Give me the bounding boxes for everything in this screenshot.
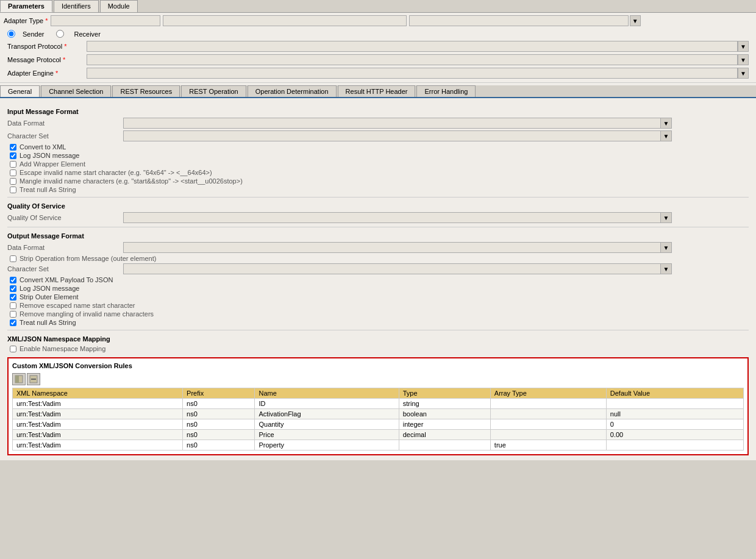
cell-prefix: ns0 — [183, 409, 255, 419]
treat-null-out-label: Treat null As String — [20, 319, 76, 326]
output-character-set-row: Character Set Request Message Character … — [7, 263, 749, 274]
input-character-set-row: Character Set HTTP Content-type header ▼ — [7, 130, 749, 141]
remove-mangling-label: Remove mangling of invalid name characte… — [20, 310, 154, 318]
convert-xml-payload-checkbox[interactable] — [10, 277, 16, 283]
tab-channel-selection[interactable]: Channel Selection — [41, 85, 111, 97]
cell-xml-namespace: urn:Test:Vadim — [13, 409, 183, 419]
separator-1 — [7, 197, 749, 198]
tab-rest-resources[interactable]: REST Resources — [112, 85, 180, 97]
remove-escaped-label: Remove escaped name start character — [20, 302, 135, 309]
tab-identifiers[interactable]: Identifiers — [54, 0, 99, 12]
tab-operation-determination[interactable]: Operation Determination — [248, 85, 337, 97]
cell-type: decimal — [399, 430, 490, 440]
adapter-engine-row: Adapter Engine * Central Adapter Engine … — [4, 66, 752, 80]
table-delete-btn[interactable] — [27, 373, 40, 385]
adapter-engine-dropdown[interactable]: ▼ — [738, 68, 749, 79]
convert-to-xml-row: Convert to XML — [10, 143, 749, 151]
table-add-btn[interactable] — [12, 373, 26, 385]
cell-type: boolean — [399, 409, 490, 419]
adapter-type-value3[interactable]: SAP BASIS 7.31 — [409, 15, 629, 26]
cell-default-value: null — [606, 409, 743, 419]
receiver-radio[interactable] — [56, 30, 64, 38]
transport-protocol-input[interactable]: HTTP — [87, 41, 738, 52]
treat-null-out-checkbox[interactable] — [10, 319, 16, 326]
remove-escaped-row: Remove escaped name start character — [10, 302, 749, 309]
strip-operation-checkbox[interactable] — [10, 255, 16, 262]
cell-default-value — [606, 440, 743, 450]
cell-name: ActivationFlag — [255, 409, 399, 419]
adapter-engine-input[interactable]: Central Adapter Engine — [87, 68, 738, 79]
sender-radio[interactable] — [7, 30, 15, 38]
tab-error-handling[interactable]: Error Handling — [416, 85, 476, 97]
table-header: XML Namespace Prefix Name Type Array Typ… — [13, 388, 744, 399]
message-protocol-dropdown[interactable]: ▼ — [738, 54, 749, 65]
output-character-set-wrap: Request Message Character Set ▼ — [123, 263, 672, 274]
delete-icon — [29, 375, 38, 383]
add-wrapper-checkbox[interactable] — [10, 161, 16, 168]
output-character-set-dropdown[interactable]: ▼ — [661, 263, 672, 274]
quality-of-service-dropdown[interactable]: ▼ — [661, 212, 672, 223]
strip-operation-label: Strip Operation from Message (outer elem… — [20, 255, 156, 262]
remove-escaped-checkbox[interactable] — [10, 302, 16, 309]
tab-result-http-header[interactable]: Result HTTP Header — [338, 85, 416, 97]
message-protocol-input[interactable]: REST — [87, 54, 738, 65]
input-data-format-input[interactable]: JSON — [123, 118, 661, 129]
output-data-format-row: Data Format JSON ▼ — [7, 242, 749, 253]
cell-xml-namespace: urn:Test:Vadim — [13, 399, 183, 409]
adapter-type-value2[interactable]: http://sap.com/xi/XI/System — [163, 15, 407, 26]
cell-name: ID — [255, 399, 399, 409]
table-row[interactable]: urn:Test:Vadim ns0 ID string — [13, 399, 744, 409]
tab-general[interactable]: General — [0, 85, 40, 97]
cell-array-type: true — [490, 440, 606, 450]
col-type: Type — [399, 388, 490, 399]
tab-rest-operation[interactable]: REST Operation — [181, 85, 246, 97]
adapter-type-dropdown-btn[interactable]: ▼ — [630, 15, 641, 26]
cell-type — [399, 440, 490, 450]
table-toolbar — [12, 373, 744, 385]
enable-namespace-checkbox[interactable] — [10, 346, 16, 352]
remove-mangling-checkbox[interactable] — [10, 311, 16, 318]
escape-invalid-row: Escape invalid name start character (e.g… — [10, 169, 749, 176]
separator-2 — [7, 227, 749, 227]
table-row[interactable]: urn:Test:Vadim ns0 ActivationFlag boolea… — [13, 409, 744, 419]
tab-module[interactable]: Module — [100, 0, 138, 12]
adapter-engine-input-wrap: Central Adapter Engine ▼ — [87, 68, 749, 79]
input-character-set-input[interactable]: HTTP Content-type header — [123, 130, 661, 141]
mangle-invalid-checkbox[interactable] — [10, 178, 16, 185]
adapter-type-inputs: REST http://sap.com/xi/XI/System SAP BAS… — [51, 15, 752, 26]
separator-3 — [7, 330, 749, 330]
input-data-format-dropdown[interactable]: ▼ — [661, 118, 672, 129]
output-data-format-label: Data Format — [7, 244, 123, 251]
cell-xml-namespace: urn:Test:Vadim — [13, 419, 183, 430]
output-character-set-input[interactable]: Request Message Character Set — [123, 263, 661, 274]
strip-outer-checkbox[interactable] — [10, 294, 16, 301]
log-json-checkbox[interactable] — [10, 152, 16, 159]
table-row[interactable]: urn:Test:Vadim ns0 Property true — [13, 440, 744, 450]
input-message-format-header: Input Message Format — [7, 108, 749, 115]
table-row[interactable]: urn:Test:Vadim ns0 Price decimal 0.00 — [13, 430, 744, 440]
table-row[interactable]: urn:Test:Vadim ns0 Quantity integer 0 — [13, 419, 744, 430]
enable-namespace-row: Enable Namespace Mapping — [10, 345, 749, 352]
xml-json-namespace-header: XML/JSON Namespace Mapping — [7, 335, 749, 343]
convert-to-xml-checkbox[interactable] — [10, 144, 16, 151]
output-data-format-dropdown[interactable]: ▼ — [661, 242, 672, 253]
log-json-out-checkbox[interactable] — [10, 285, 16, 292]
input-data-format-wrap: JSON ▼ — [123, 118, 672, 129]
transport-protocol-dropdown[interactable]: ▼ — [738, 41, 749, 52]
input-character-set-dropdown[interactable]: ▼ — [661, 130, 672, 141]
add-wrapper-row: Add Wrapper Element — [10, 160, 749, 168]
cell-xml-namespace: urn:Test:Vadim — [13, 430, 183, 440]
output-data-format-wrap: JSON ▼ — [123, 242, 672, 253]
cell-default-value: 0 — [606, 419, 743, 430]
quality-of-service-input[interactable]: BestEffort — [123, 212, 661, 223]
quality-of-service-header: Quality Of Service — [7, 202, 749, 210]
output-data-format-input[interactable]: JSON — [123, 242, 661, 253]
adapter-type-value1[interactable]: REST — [51, 15, 160, 26]
adapter-type-label: Adapter Type * — [4, 17, 48, 24]
transport-protocol-input-wrap: HTTP ▼ — [87, 41, 749, 52]
tab-parameters[interactable]: Parameters — [0, 0, 52, 12]
treat-null-in-checkbox[interactable] — [10, 187, 16, 193]
escape-invalid-checkbox[interactable] — [10, 169, 16, 176]
quality-of-service-label: Quality Of Service — [7, 214, 123, 221]
col-default-value: Default Value — [606, 388, 743, 399]
